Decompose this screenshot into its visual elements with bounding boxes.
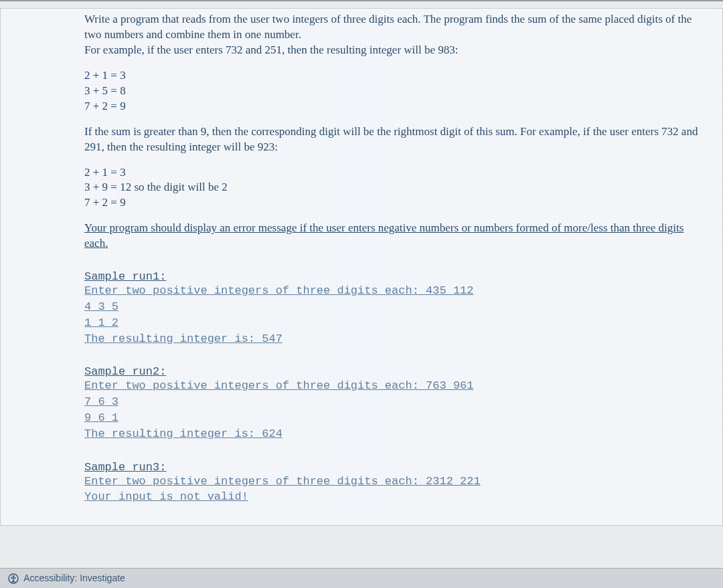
equations-block-2: 2 + 1 = 3 3 + 9 = 12 so the digit will b… — [84, 165, 706, 211]
equation-line: 7 + 2 = 9 — [84, 99, 706, 114]
status-bar: Accessibility: Investigate — [0, 568, 723, 588]
sample-run-2-body: Enter two positive integers of three dig… — [84, 378, 706, 442]
accessibility-icon — [8, 573, 19, 584]
svg-point-1 — [13, 575, 15, 577]
document-content: Write a program that reads from the user… — [0, 8, 723, 526]
error-message-requirement: Your program should display an error mes… — [84, 221, 706, 252]
sample-run-2: Sample run2: Enter two positive integers… — [84, 365, 706, 442]
sample-run-1-body: Enter two positive integers of three dig… — [84, 283, 706, 347]
page-container: Write a program that reads from the user… — [0, 0, 723, 588]
equation-line: 3 + 5 = 8 — [84, 84, 706, 99]
equations-block-1: 2 + 1 = 3 3 + 5 = 8 7 + 2 = 9 — [84, 68, 706, 114]
sample-run-2-title: Sample run2: — [84, 365, 706, 378]
equation-line: 3 + 9 = 12 so the digit will be 2 — [84, 180, 706, 195]
equation-line: 2 + 1 = 3 — [84, 68, 706, 84]
accessibility-label[interactable]: Accessibility: Investigate — [23, 573, 125, 583]
example2-intro: If the sum is greater than 9, then the c… — [84, 124, 706, 155]
sample-run-3-title: Sample run3: — [84, 461, 706, 474]
equation-line: 7 + 2 = 9 — [84, 195, 706, 211]
sample-run-3-body: Enter two positive integers of three dig… — [84, 474, 706, 506]
sample-run-1: Sample run1: Enter two positive integers… — [84, 270, 706, 347]
equation-line: 2 + 1 = 3 — [84, 165, 706, 181]
sample-run-1-title: Sample run1: — [84, 270, 706, 283]
problem-intro: Write a program that reads from the user… — [84, 12, 706, 58]
sample-run-3: Sample run3: Enter two positive integers… — [84, 461, 706, 506]
